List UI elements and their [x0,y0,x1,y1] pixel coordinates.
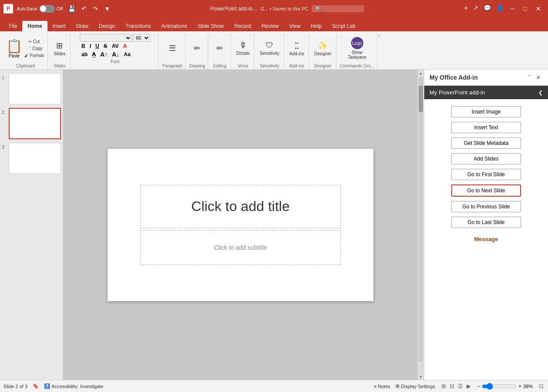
scroll-next-btn[interactable]: ↓ [419,369,423,374]
add-slides-button[interactable]: Add Slides [451,153,521,164]
font-size-up-button[interactable]: A↑ [98,50,109,58]
italic-button[interactable]: I [88,43,93,50]
ribbon-icon[interactable]: ⋄ [462,3,470,14]
notes-button[interactable]: ≡ Notes [374,384,390,389]
font-size-select[interactable]: 60 [133,34,150,42]
dictate-button[interactable]: 🎙 Dictate [234,40,251,57]
designer-button[interactable]: ✨ Designer [312,40,333,57]
sensitivity-button[interactable]: 🛡 Sensitivity [258,40,281,57]
undo-icon[interactable]: ↶ [80,4,88,13]
slide-title-placeholder[interactable]: Click to add title [191,198,290,214]
editing-button[interactable]: ✏ [212,43,228,54]
slide-1-thumbnail[interactable] [9,73,61,104]
format-painter-button[interactable]: 🖌 Format [23,53,45,58]
slide-canvas[interactable]: Click to add title Click to add subtitle [108,149,373,301]
zoom-out-icon[interactable]: − [477,383,480,389]
zoom-slider[interactable] [482,383,517,390]
slide-subtitle-placeholder[interactable]: Click to add subtitle [214,244,267,251]
slide-3-thumbnail[interactable] [9,143,61,174]
tab-view[interactable]: View [284,21,306,31]
addin-minimize-button[interactable]: ˅ [526,73,532,82]
scroll-down-btn[interactable]: ▼ [418,374,423,380]
autosave-toggle[interactable] [39,5,55,13]
font-color-button[interactable]: A [121,43,129,50]
normal-view-icon[interactable]: ⊞ [440,382,447,390]
addins-button[interactable]: ▪▪▪▪ Add-ins [288,40,306,57]
tab-insert[interactable]: Insert [47,21,71,31]
text-color-button[interactable]: A̲ [90,51,98,58]
maximize-button[interactable]: □ [520,3,531,14]
zoom-level: 39% [523,384,533,389]
scroll-prev-btn[interactable]: ↑ [419,363,423,369]
go-to-previous-slide-button[interactable]: Go to Previous Slide [451,201,521,212]
font-family-select[interactable] [80,34,132,42]
highlight-button[interactable]: ab [80,51,89,58]
copy-button[interactable]: 📄 Copy [23,46,45,51]
tab-review[interactable]: Review [256,21,284,31]
accessibility-status[interactable]: ♿ Accessibility: Investigate [44,383,103,389]
clipboard-label: Clipboard [16,64,35,68]
font-row-3: ab A̲ A↑ A↓ Aa [80,50,150,58]
slide-subtitle-box[interactable]: Click to add subtitle [140,230,341,265]
slide-2-thumbnail[interactable] [9,108,61,139]
get-slide-metadata-button[interactable]: Get Slide Metadata [451,137,521,149]
cloud-status[interactable]: G... • Saved to this PC [260,6,308,11]
slide-sorter-icon[interactable]: ⊟ [449,382,455,390]
tab-record[interactable]: Record [229,21,257,31]
reading-view-icon[interactable]: ☰ [457,382,464,390]
font-size-down-button[interactable]: A↓ [110,50,121,58]
comments-icon[interactable]: 💬 [482,3,493,14]
underline-button[interactable]: U [94,43,101,50]
clear-format-button[interactable]: Aa [122,51,132,58]
tab-home[interactable]: Home [22,21,47,31]
go-to-first-slide-button[interactable]: Go to First Slide [451,169,521,180]
strikethrough-button[interactable]: S̶ [102,43,109,50]
tab-design[interactable]: Design [94,21,120,31]
commands-label: Commands Gro... [340,64,374,68]
redo-icon[interactable]: ↷ [91,4,100,13]
slide-title-box[interactable]: Click to add title [140,185,341,228]
slide-3-number: 3 [2,144,7,150]
tab-animations[interactable]: Animations [156,21,192,31]
addin-close-button[interactable]: ✕ [534,73,543,82]
presenter-icon[interactable]: 👤 [494,3,505,14]
bold-button[interactable]: B [80,43,87,50]
show-taskpane-button[interactable]: Logo Show Taskpane [342,36,372,60]
tab-draw[interactable]: Draw [71,21,94,31]
tab-file[interactable]: File [3,21,22,31]
slideshow-icon[interactable]: ▶ [466,382,472,390]
scrollbar-track[interactable] [419,77,423,362]
slides-button[interactable]: ⊞ Slides [52,40,68,57]
save-icon[interactable]: 💾 [66,4,77,13]
paste-button[interactable]: 📋 Paste [6,38,22,58]
drawing-button[interactable]: ✏ [189,43,205,54]
slide-info: Slide 2 of 3 [3,384,27,389]
share-icon[interactable]: ↗ [471,3,480,14]
addin-collapse-button[interactable]: ❮ [538,90,543,96]
tab-slideshow[interactable]: Slide Show [193,21,229,31]
slide-3-container: 3 [2,143,61,174]
designer-group: ✨ Designer Designer [310,33,336,69]
bookmark-icon[interactable]: 🔖 [33,383,39,389]
paragraph-button[interactable]: ☰ [165,43,180,54]
go-to-next-slide-button[interactable]: Go to Next Slide [451,184,521,197]
fit-to-window-icon[interactable]: ⊡ [538,382,545,390]
minimize-button[interactable]: ─ [507,3,518,14]
scrollbar-thumb[interactable] [419,86,423,112]
tab-scriptlab[interactable]: Script Lab [327,21,361,31]
scroll-up-btn[interactable]: ▲ [418,70,423,76]
display-settings-button[interactable]: ⊞ Display Settings [396,383,435,389]
cut-button[interactable]: ✂ Cut [23,39,45,44]
search-input[interactable] [312,5,364,12]
tab-transitions[interactable]: Transitions [120,21,156,31]
zoom-in-icon[interactable]: + [518,383,521,389]
ribbon-expand[interactable]: ˅ [378,33,381,69]
insert-image-button[interactable]: Insert Image [451,106,521,117]
close-button[interactable]: ✕ [532,3,545,14]
drawing-label: Drawing [189,64,205,68]
char-spacing-button[interactable]: AV [110,43,121,50]
insert-text-button[interactable]: Insert Text [451,122,521,133]
customize-icon[interactable]: ▼ [102,4,112,13]
go-to-last-slide-button[interactable]: Go to Last Slide [451,217,521,228]
tab-help[interactable]: Help [306,21,327,31]
